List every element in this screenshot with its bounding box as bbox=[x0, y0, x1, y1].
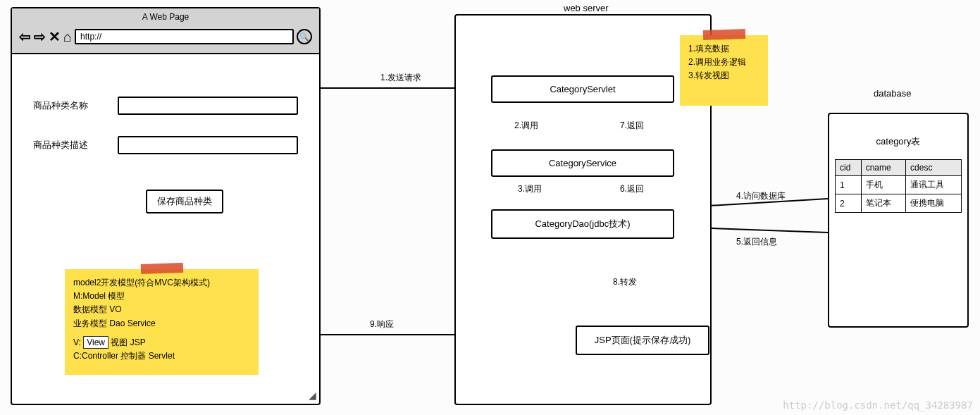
form-area: 商品种类名称 商品种类描述 保存商品种类 bbox=[12, 54, 319, 235]
label-category-name: 商品种类名称 bbox=[33, 99, 104, 112]
category-table: cid cname cdesc 1 手机 通讯工具 2 笔记本 便携电脑 bbox=[835, 159, 962, 213]
sticky-line: 1.填充数据 bbox=[688, 42, 759, 56]
flow-3: 3.调用 bbox=[518, 183, 542, 195]
service-layer: CategoryService bbox=[491, 149, 674, 177]
tape-icon bbox=[140, 263, 182, 274]
sticky-line: M:Model 模型 bbox=[73, 290, 250, 303]
watermark: http://blog.csdn.net/qq_34283987 bbox=[783, 399, 973, 411]
sticky-text: 视图 JSP bbox=[108, 337, 146, 347]
flow-6: 6.返回 bbox=[620, 183, 644, 195]
home-icon[interactable]: ⌂ bbox=[63, 29, 72, 45]
dao-layer: CategoryDao(jdbc技术) bbox=[491, 209, 674, 239]
input-category-desc[interactable] bbox=[118, 136, 298, 154]
sticky-text: V: bbox=[73, 337, 83, 347]
database-label: database bbox=[874, 88, 912, 99]
back-icon[interactable]: ⇦ bbox=[19, 28, 31, 45]
col-header: cname bbox=[861, 160, 905, 176]
table-row: 2 笔记本 便携电脑 bbox=[836, 194, 962, 213]
cell: 笔记本 bbox=[861, 194, 905, 213]
sticky-line: model2开发模型(符合MVC架构模式) bbox=[73, 276, 250, 290]
sticky-line: 2.调用业务逻辑 bbox=[688, 56, 759, 69]
flow-7: 7.返回 bbox=[620, 120, 644, 132]
flow-9: 9.响应 bbox=[370, 318, 394, 330]
sticky-line: 3.转发视图 bbox=[688, 69, 759, 82]
sticky-line: 数据模型 VO bbox=[73, 303, 250, 316]
cell: 2 bbox=[836, 194, 862, 213]
sticky-line: 业务模型 Dao Service bbox=[73, 317, 250, 330]
flow-5: 5.返回信息 bbox=[736, 236, 777, 248]
table-row: 1 手机 通讯工具 bbox=[836, 176, 962, 194]
view-box: View bbox=[83, 336, 108, 349]
flow-1: 1.发送请求 bbox=[380, 72, 421, 84]
close-icon[interactable]: ✕ bbox=[49, 28, 61, 45]
flow-4: 4.访问数据库 bbox=[736, 190, 786, 202]
resize-grip-icon: ◢ bbox=[309, 390, 316, 401]
sticky-note-steps: 1.填充数据 2.调用业务逻辑 3.转发视图 bbox=[680, 35, 768, 106]
server-box: CategoryServlet CategoryService Category… bbox=[454, 14, 712, 405]
cell: 1 bbox=[836, 176, 862, 194]
forward-icon[interactable]: ⇨ bbox=[34, 28, 46, 45]
server-label: web server bbox=[564, 3, 609, 13]
sticky-line: V: View 视图 JSP bbox=[73, 336, 250, 349]
database-box: category表 cid cname cdesc 1 手机 通讯工具 2 笔记… bbox=[828, 113, 969, 328]
cell: 通讯工具 bbox=[906, 176, 962, 194]
input-category-name[interactable] bbox=[118, 97, 298, 115]
tape-icon bbox=[702, 29, 745, 40]
col-header: cid bbox=[836, 160, 862, 176]
flow-2: 2.调用 bbox=[514, 120, 538, 132]
flow-8: 8.转发 bbox=[613, 276, 637, 288]
browser-window: A Web Page ⇦ ⇨ ✕ ⌂ 🔍 商品种类名称 商品种类描述 保存商品种… bbox=[11, 7, 321, 405]
save-button[interactable]: 保存商品种类 bbox=[146, 190, 223, 213]
servlet-layer: CategoryServlet bbox=[491, 75, 674, 103]
browser-header: A Web Page ⇦ ⇨ ✕ ⌂ 🔍 bbox=[12, 8, 319, 54]
col-header: cdesc bbox=[906, 160, 962, 176]
jsp-layer: JSP页面(提示保存成功) bbox=[576, 326, 709, 355]
search-icon[interactable]: 🔍 bbox=[297, 29, 312, 44]
sticky-line: C:Controller 控制器 Servlet bbox=[73, 349, 250, 363]
url-input[interactable] bbox=[75, 29, 294, 44]
page-title: A Web Page bbox=[12, 8, 319, 25]
cell: 便携电脑 bbox=[906, 194, 962, 213]
sticky-note-mvc: model2开发模型(符合MVC架构模式) M:Model 模型 数据模型 VO… bbox=[65, 269, 259, 375]
label-category-desc: 商品种类描述 bbox=[33, 139, 104, 151]
cell: 手机 bbox=[861, 176, 905, 194]
table-title: category表 bbox=[829, 114, 967, 159]
